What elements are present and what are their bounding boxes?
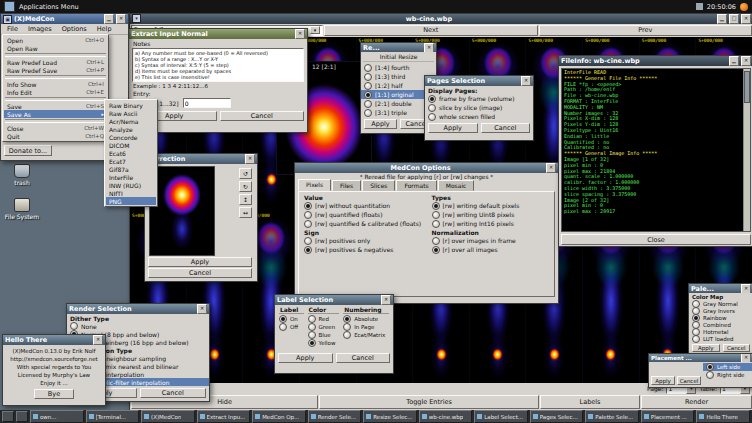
fileinfo-titlebar[interactable]: FileInfo: wb-cine.wbp ▁ ✕: [559, 56, 752, 66]
menu-bar-item[interactable]: Images: [24, 25, 56, 33]
submenu-item[interactable]: NIfTI: [106, 189, 156, 197]
radio-option[interactable]: Green: [306, 323, 342, 331]
desktop-icon-filesystem[interactable]: File System: [2, 198, 42, 220]
submenu-item[interactable]: Ecat6: [106, 149, 156, 157]
submenu-item[interactable]: DICOM: [106, 141, 156, 149]
hello-titlebar[interactable]: Hello There ✕: [3, 335, 105, 345]
tab[interactable]: Slices: [362, 180, 395, 191]
correction-preview-image[interactable]: [149, 166, 215, 256]
submenu-item[interactable]: Gif87a: [106, 165, 156, 173]
transform-tool-button[interactable]: ↕: [239, 194, 252, 205]
apply-button[interactable]: Apply: [428, 123, 478, 133]
desktop-icon-trash[interactable]: trash: [2, 164, 42, 186]
radio-option[interactable]: On: [277, 315, 306, 323]
palette-titlebar[interactable]: Pale... ✕: [689, 284, 752, 293]
taskbar-button[interactable]: Hello There: [696, 410, 750, 423]
close-button[interactable]: ✕: [546, 163, 556, 173]
submenu-item[interactable]: Analyze: [106, 125, 156, 133]
taskbar-button[interactable]: MedCon Op...: [252, 410, 306, 423]
menu-item[interactable]: Raw Predef Load Ctrl+L: [4, 58, 107, 66]
options-titlebar[interactable]: MedCon Options ✕: [295, 163, 558, 173]
menu-item[interactable]: Raw Predef Save Ctrl+P: [4, 66, 107, 74]
minimize-button[interactable]: ▁: [729, 56, 739, 66]
radio-option[interactable]: Combined: [689, 321, 752, 328]
medcon-titlebar[interactable]: ▣ (X)MedCon ▁ ✕: [1, 14, 128, 24]
render-titlebar[interactable]: Render Selection ✕: [67, 304, 209, 314]
menu-item[interactable]: [5, 97, 106, 101]
radio-option[interactable]: [1:4] fourth: [361, 63, 436, 72]
radio-option[interactable]: [rw] writing Int16 pixels: [429, 219, 553, 228]
close-button[interactable]: ✕: [741, 284, 751, 293]
fileinfo-close-button[interactable]: Close: [561, 234, 751, 245]
tab[interactable]: Mosaic: [438, 180, 475, 191]
radio-option[interactable]: [rw] without quantitation: [301, 201, 425, 210]
pages-titlebar[interactable]: Pages Selection ✕: [425, 76, 533, 86]
submenu-item[interactable]: InterFile: [106, 173, 156, 181]
menu-bar-item[interactable]: Help: [93, 25, 116, 33]
cancel-button[interactable]: Cancel: [336, 353, 391, 363]
transform-tool-button[interactable]: ↔: [239, 207, 252, 218]
close-button[interactable]: ✕: [741, 56, 751, 66]
menu-item[interactable]: Open Raw: [4, 44, 107, 52]
apply-button[interactable]: Apply: [651, 376, 675, 385]
menu-item[interactable]: [5, 119, 106, 123]
scrollbar-thumb[interactable]: [744, 71, 750, 103]
radio-option[interactable]: Yellow: [306, 339, 342, 347]
menu-item[interactable]: [5, 75, 106, 79]
radio-option[interactable]: [rw] positives & negatives: [301, 245, 425, 254]
taskbar-button[interactable]: Render Sele...: [308, 410, 362, 423]
radio-option[interactable]: slice by slice (image): [425, 103, 533, 112]
close-button[interactable]: ✕: [197, 304, 207, 314]
menu-item[interactable]: Save As: [4, 110, 107, 118]
taskbar-button[interactable]: Resize Selec...: [363, 410, 417, 423]
bye-button[interactable]: Bye: [34, 389, 74, 399]
apply-button[interactable]: Apply: [278, 353, 333, 363]
images-input[interactable]: [183, 98, 231, 108]
menu-bar-item[interactable]: Options: [58, 25, 91, 33]
radio-option[interactable]: None: [67, 322, 209, 330]
taskbar-button[interactable]: Placement ...: [641, 410, 695, 423]
radio-option[interactable]: Red: [306, 315, 342, 323]
radio-option[interactable]: Off: [277, 323, 306, 331]
apply-button[interactable]: Apply: [148, 257, 252, 267]
window-menu-icon[interactable]: ▾: [132, 14, 141, 23]
radio-option[interactable]: In Page: [341, 323, 391, 331]
prev-button[interactable]: Prev: [539, 25, 752, 36]
minimize-button[interactable]: ▁: [104, 14, 114, 24]
apply-button[interactable]: Apply: [692, 344, 720, 352]
close-button[interactable]: ✕: [424, 43, 434, 52]
cancel-button[interactable]: Cancel: [481, 123, 531, 133]
notification-icon[interactable]: [740, 3, 748, 11]
show-desktop-icon[interactable]: [2, 411, 14, 422]
radio-option[interactable]: Right side: [703, 371, 752, 379]
submenu-item[interactable]: Raw Ascii: [106, 109, 156, 117]
radio-option[interactable]: [rw] writing Uint8 pixels: [429, 210, 553, 219]
submenu-item[interactable]: Concorde: [106, 133, 156, 141]
workspace-switcher-icon[interactable]: [16, 411, 28, 422]
menu-item[interactable]: Info Edit Ctrl+E: [4, 88, 107, 96]
cancel-button[interactable]: Cancel: [677, 376, 701, 385]
cancel-button[interactable]: Cancel: [220, 111, 305, 121]
radio-option[interactable]: Absolute: [341, 315, 391, 323]
tray-icon[interactable]: [696, 3, 703, 10]
radio-option[interactable]: Blue: [306, 331, 342, 339]
donate-button[interactable]: Donate to...: [4, 145, 52, 156]
minimize-button[interactable]: ▁: [717, 14, 727, 24]
submenu-item[interactable]: Raw Binary: [106, 101, 156, 109]
radio-option[interactable]: [rw] positives only: [301, 236, 425, 245]
menu-item[interactable]: Info Show Ctrl+I: [4, 80, 107, 88]
taskbar-button[interactable]: (X)MedCon: [141, 410, 195, 423]
cancel-button[interactable]: Cancel: [140, 388, 207, 398]
radio-option[interactable]: [rw] writing default pixels: [429, 201, 553, 210]
fileinfo-scrollbar[interactable]: [743, 69, 750, 231]
toggle-entries-button[interactable]: Toggle Entries: [319, 395, 539, 409]
resize-titlebar[interactable]: Re... ✕: [361, 43, 436, 52]
radio-option[interactable]: Gray Invers: [689, 307, 752, 314]
radio-option[interactable]: whole screen filled: [425, 112, 533, 121]
close-button[interactable]: ✕: [741, 14, 751, 24]
render-button[interactable]: Render: [641, 395, 752, 409]
labels-button[interactable]: Labels: [540, 395, 640, 409]
radio-option[interactable]: [rw] quantified (floats): [301, 210, 425, 219]
applications-icon[interactable]: [4, 1, 15, 12]
taskbar-button[interactable]: [Terminal...: [86, 410, 140, 423]
